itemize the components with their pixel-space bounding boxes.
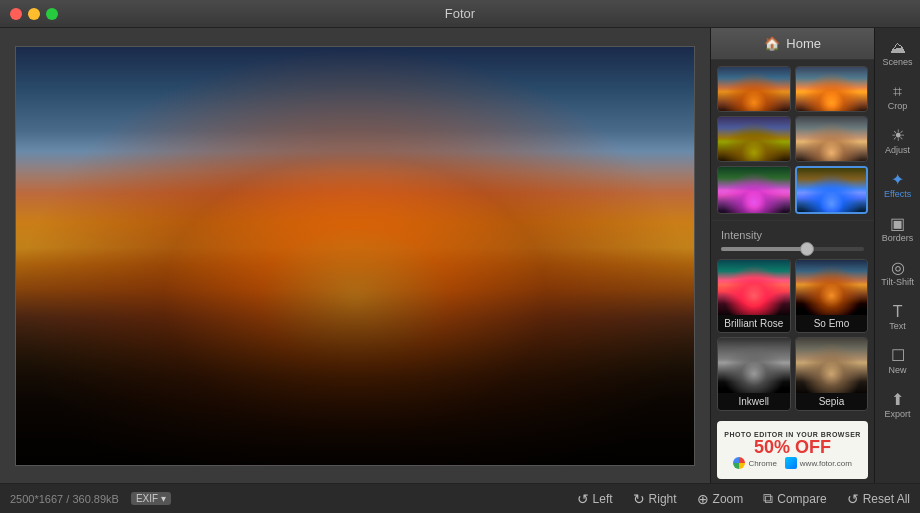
effect-item-sepia[interactable]: Sepia xyxy=(795,337,869,411)
status-zoom-button[interactable]: ⊕Zoom xyxy=(697,490,744,507)
status-reset-button[interactable]: ↺Reset All xyxy=(847,490,910,507)
home-icon: 🏠 xyxy=(764,36,780,51)
thumb-image-none xyxy=(718,67,790,112)
right-label: Right xyxy=(649,492,677,506)
export-icon: ⬆ xyxy=(891,392,904,408)
image-canvas xyxy=(15,46,695,466)
tool-item-new[interactable]: ☐New xyxy=(877,340,919,382)
status-right-button[interactable]: ↻Right xyxy=(633,490,677,507)
effects-panel: 🏠 Home NoneWarmWarm GreenPale-OcrePurple… xyxy=(711,28,875,483)
effect-thumb-purple xyxy=(718,167,790,214)
status-compare-button[interactable]: ⧉Compare xyxy=(763,490,826,507)
intensity-section: Intensity xyxy=(711,220,874,259)
effect-label-inkwell: Inkwell xyxy=(718,393,790,410)
text-icon: T xyxy=(893,304,903,320)
export-label: Export xyxy=(885,410,911,419)
home-button[interactable]: 🏠 Home xyxy=(711,28,874,60)
minimize-button[interactable] xyxy=(28,8,40,20)
effect-thumb-warm xyxy=(796,67,868,112)
slider-fill xyxy=(721,247,807,251)
intensity-label: Intensity xyxy=(721,229,864,241)
fotor-label: www.fotor.com xyxy=(800,459,852,468)
title-bar: Fotor xyxy=(0,0,920,28)
scenes-label: Scenes xyxy=(883,58,913,67)
tool-item-effects[interactable]: ✦Effects xyxy=(877,164,919,206)
intensity-slider[interactable] xyxy=(721,247,864,251)
thumb-image-cool-blue xyxy=(797,168,867,214)
left-icon: ↺ xyxy=(577,491,589,507)
thumb-image-sepia xyxy=(796,338,868,393)
effect-thumb-cool-blue xyxy=(797,168,867,214)
home-label: Home xyxy=(786,36,821,51)
exif-badge[interactable]: EXIF ▾ xyxy=(131,492,171,505)
tool-item-export[interactable]: ⬆Export xyxy=(877,384,919,426)
effect-thumb-sepia xyxy=(796,338,868,393)
tool-item-borders[interactable]: ▣Borders xyxy=(877,208,919,250)
effect-item-purple[interactable]: Purple xyxy=(717,166,791,214)
effect-item-cool-blue[interactable]: Cool Blue xyxy=(795,166,869,214)
adjust-label: Adjust xyxy=(885,146,910,155)
effect-thumb-inkwell xyxy=(718,338,790,393)
effect-item-so-emo[interactable]: So Emo xyxy=(795,259,869,333)
thumb-image-so-emo xyxy=(796,260,868,315)
ad-discount: 50% OFF xyxy=(754,438,831,458)
status-left-button[interactable]: ↺Left xyxy=(577,490,613,507)
tool-item-adjust[interactable]: ☀Adjust xyxy=(877,120,919,162)
fotor-icon xyxy=(785,457,797,469)
effect-item-warm-green[interactable]: Warm Green xyxy=(717,116,791,162)
new-label: New xyxy=(889,366,907,375)
status-bar: 2500*1667 / 360.89kB EXIF ▾ ↺Left↻Right⊕… xyxy=(0,483,920,513)
chrome-label: Chrome xyxy=(748,459,776,468)
thumb-image-inkwell xyxy=(718,338,790,393)
crop-icon: ⌗ xyxy=(893,84,902,100)
tool-item-text[interactable]: TText xyxy=(877,296,919,338)
file-info: 2500*1667 / 360.89kB xyxy=(10,493,119,505)
thumb-image-warm-green xyxy=(718,117,790,162)
compare-icon: ⧉ xyxy=(763,490,773,507)
photo-background xyxy=(16,47,694,465)
window-controls xyxy=(10,8,58,20)
adjust-icon: ☀ xyxy=(891,128,905,144)
ad-banner[interactable]: PHOTO EDITOR IN YOUR BROWSER 50% OFF Chr… xyxy=(717,421,868,479)
effect-thumb-none xyxy=(718,67,790,112)
fotor-link[interactable]: www.fotor.com xyxy=(785,457,852,469)
new-icon: ☐ xyxy=(891,348,905,364)
effect-label-brilliant-rose: Brilliant Rose xyxy=(718,315,790,332)
slider-thumb[interactable] xyxy=(800,242,814,256)
tool-item-tilt-shift[interactable]: ◎Tilt-Shift xyxy=(877,252,919,294)
maximize-button[interactable] xyxy=(46,8,58,20)
effect-item-none[interactable]: None xyxy=(717,66,791,112)
toolbar-sidebar: ⛰Scenes⌗Crop☀Adjust✦Effects▣Borders◎Tilt… xyxy=(875,28,920,483)
effect-item-warm[interactable]: Warm xyxy=(795,66,869,112)
status-actions: ↺Left↻Right⊕Zoom⧉Compare↺Reset All xyxy=(577,490,910,507)
close-button[interactable] xyxy=(10,8,22,20)
tool-item-scenes[interactable]: ⛰Scenes xyxy=(877,32,919,74)
effect-item-inkwell[interactable]: Inkwell xyxy=(717,337,791,411)
effect-thumb-pale-ocre xyxy=(796,117,868,162)
zoom-icon: ⊕ xyxy=(697,491,709,507)
tool-item-crop[interactable]: ⌗Crop xyxy=(877,76,919,118)
effect-label-sepia: Sepia xyxy=(796,393,868,410)
effect-item-pale-ocre[interactable]: Pale-Ocre xyxy=(795,116,869,162)
thumb-image-pale-ocre xyxy=(796,117,868,162)
main-layout: 🏠 Home NoneWarmWarm GreenPale-OcrePurple… xyxy=(0,28,920,483)
scenes-icon: ⛰ xyxy=(890,40,906,56)
text-label: Text xyxy=(889,322,906,331)
effect-label-so-emo: So Emo xyxy=(796,315,868,332)
right-panel: 🏠 Home NoneWarmWarm GreenPale-OcrePurple… xyxy=(710,28,920,483)
thumb-image-brilliant-rose xyxy=(718,260,790,315)
chrome-link[interactable]: Chrome xyxy=(733,457,776,469)
effects-grid: NoneWarmWarm GreenPale-OcrePurpleCool Bl… xyxy=(711,60,874,220)
tilt-shift-icon: ◎ xyxy=(891,260,905,276)
compare-label: Compare xyxy=(777,492,826,506)
effect-thumb-so-emo xyxy=(796,260,868,315)
canvas-area xyxy=(0,28,710,483)
left-label: Left xyxy=(593,492,613,506)
borders-label: Borders xyxy=(882,234,914,243)
effect-item-brilliant-rose[interactable]: Brilliant Rose xyxy=(717,259,791,333)
ad-bottom: Chrome www.fotor.com xyxy=(733,457,851,469)
effects-grid-bottom: Brilliant RoseSo EmoInkwellSepia xyxy=(711,259,874,417)
app-title: Fotor xyxy=(445,6,475,21)
effects-icon: ✦ xyxy=(891,172,904,188)
effects-label: Effects xyxy=(884,190,911,199)
